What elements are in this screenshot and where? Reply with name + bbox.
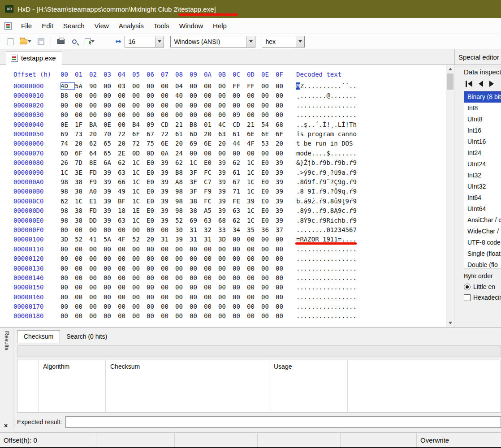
hex-byte[interactable]: 00 <box>132 111 147 118</box>
hex-byte[interactable]: 1E <box>132 207 147 214</box>
inspector-type-uint16[interactable]: UInt16 <box>464 136 501 147</box>
hex-byte[interactable]: 00 <box>147 293 161 301</box>
hex-byte[interactable]: 00 <box>75 92 89 99</box>
hex-byte[interactable]: 5A <box>104 236 118 243</box>
encoding-combo[interactable]: Windows (ANSI) <box>170 36 255 47</box>
hex-byte[interactable]: 31 <box>204 236 218 243</box>
hex-byte[interactable]: 00 <box>75 255 89 262</box>
hex-byte[interactable]: 00 <box>104 265 118 272</box>
hex-byte[interactable]: 00 <box>190 246 204 253</box>
hex-byte[interactable]: 69 <box>190 140 204 147</box>
hex-byte[interactable]: 00 <box>261 236 276 243</box>
hex-byte[interactable]: 00 <box>276 111 290 118</box>
hex-byte[interactable]: 00 <box>104 226 118 233</box>
hex-byte[interactable]: 0A <box>161 150 175 157</box>
hex-byte[interactable]: 39 <box>276 169 290 176</box>
hex-byte[interactable]: 00 <box>75 102 89 109</box>
hex-byte[interactable]: 00 <box>161 293 175 301</box>
hex-byte[interactable]: 0D <box>132 150 147 157</box>
hex-byte[interactable]: 31 <box>190 236 204 243</box>
hex-byte[interactable]: 6E <box>204 140 218 147</box>
hex-byte[interactable]: 00 <box>75 284 89 291</box>
hex-byte[interactable]: 39 <box>104 217 118 224</box>
hex-byte[interactable]: 00 <box>261 92 276 99</box>
hex-byte[interactable]: 00 <box>204 274 218 281</box>
hex-byte[interactable]: 98 <box>60 207 75 214</box>
hex-byte[interactable]: 00 <box>233 265 247 272</box>
hex-byte[interactable]: 00 <box>89 111 104 118</box>
inspector-type-binary-8-bit[interactable]: Binary (8 bit <box>464 91 501 103</box>
hex-byte[interactable]: 20 <box>147 236 161 243</box>
hex-byte[interactable]: 00 <box>147 82 161 90</box>
hex-byte[interactable]: DD <box>89 217 104 224</box>
hex-byte[interactable]: 00 <box>75 274 89 281</box>
hex-byte[interactable]: 20 <box>118 140 132 147</box>
hex-byte[interactable]: 00 <box>60 255 75 262</box>
hex-byte[interactable]: 00 <box>218 274 233 281</box>
hex-byte[interactable]: 00 <box>89 265 104 272</box>
decoded-text[interactable]: .8Ý9c.ŕ9Richb.ŕ9 <box>296 217 357 224</box>
hex-byte[interactable]: 00 <box>190 92 204 99</box>
hex-byte[interactable]: 71 <box>233 188 247 195</box>
hex-byte[interactable]: 38 <box>190 207 204 214</box>
hex-byte[interactable]: F9 <box>89 178 104 185</box>
decoded-text[interactable]: .>ý9c.ŕ9¸?ü9a.ŕ9 <box>296 169 357 176</box>
hex-byte[interactable]: 90 <box>89 82 104 90</box>
hex-byte[interactable]: 39 <box>218 178 233 185</box>
hex-byte[interactable]: 6E <box>261 130 276 138</box>
hex-byte[interactable]: E0 <box>147 207 161 214</box>
hex-byte[interactable]: 00 <box>104 111 118 118</box>
hex-byte[interactable]: 6E <box>247 130 261 138</box>
hex-byte[interactable]: 00 <box>132 255 147 262</box>
hex-byte[interactable]: 39 <box>175 236 190 243</box>
scrollbar-thumb[interactable] <box>447 73 453 90</box>
hex-byte[interactable]: 00 <box>261 284 276 291</box>
hex-byte[interactable]: 00 <box>190 312 204 319</box>
hex-byte[interactable]: 36 <box>261 226 276 233</box>
hex-byte[interactable]: 03 <box>118 82 132 90</box>
hex-byte[interactable]: FC <box>204 169 218 176</box>
hex-byte[interactable]: 00 <box>175 265 190 272</box>
hex-byte[interactable]: 4D <box>60 82 75 90</box>
hex-byte[interactable]: 00 <box>75 265 89 272</box>
hex-byte[interactable]: 8E <box>89 159 104 166</box>
hex-byte[interactable]: 6D <box>190 130 204 138</box>
hex-byte[interactable]: 00 <box>175 274 190 281</box>
hex-byte[interactable]: 00 <box>204 111 218 118</box>
hex-byte[interactable]: 00 <box>276 303 290 310</box>
hex-byte[interactable]: 1C <box>60 169 75 176</box>
hex-byte[interactable]: 00 <box>261 246 276 253</box>
hex-byte[interactable]: 00 <box>247 150 261 157</box>
hex-byte[interactable]: 00 <box>233 236 247 243</box>
hex-byte[interactable]: 70 <box>104 130 118 138</box>
hex-byte[interactable]: 39 <box>276 217 290 224</box>
hex-byte[interactable]: 00 <box>190 111 204 118</box>
hex-byte[interactable]: 39 <box>104 188 118 195</box>
hex-byte[interactable]: 63 <box>204 217 218 224</box>
hex-byte[interactable]: 1C <box>132 198 147 205</box>
decoded-text[interactable]: ................ <box>296 102 357 109</box>
hex-byte[interactable]: 00 <box>75 303 89 310</box>
hex-byte[interactable]: 0D <box>147 150 161 157</box>
hex-byte[interactable]: E0 <box>261 178 276 185</box>
hex-byte[interactable]: 00 <box>89 255 104 262</box>
hex-byte[interactable]: 75 <box>147 140 161 147</box>
hex-byte[interactable]: 00 <box>132 82 147 90</box>
hex-byte[interactable]: 67 <box>233 178 247 185</box>
hex-byte[interactable]: 00 <box>161 111 175 118</box>
hex-byte[interactable]: 0E <box>104 121 118 128</box>
scroll-up-icon[interactable] <box>446 65 454 73</box>
hex-byte[interactable]: 00 <box>147 226 161 233</box>
hex-byte[interactable]: 39 <box>218 169 233 176</box>
hex-byte[interactable]: 62 <box>60 198 75 205</box>
hex-byte[interactable]: 00 <box>247 236 261 243</box>
hex-byte[interactable]: 1C <box>75 198 89 205</box>
hex-byte[interactable]: 00 <box>218 82 233 90</box>
decoded-text[interactable]: =RAZOR 1911=.... <box>296 236 357 243</box>
hex-byte[interactable]: 00 <box>276 150 290 157</box>
hex-byte[interactable]: FF <box>233 82 247 90</box>
hex-byte[interactable]: 39 <box>218 159 233 166</box>
hex-byte[interactable]: 6E <box>161 140 175 147</box>
hex-byte[interactable]: 00 <box>204 82 218 90</box>
hex-byte[interactable]: 68 <box>276 121 290 128</box>
